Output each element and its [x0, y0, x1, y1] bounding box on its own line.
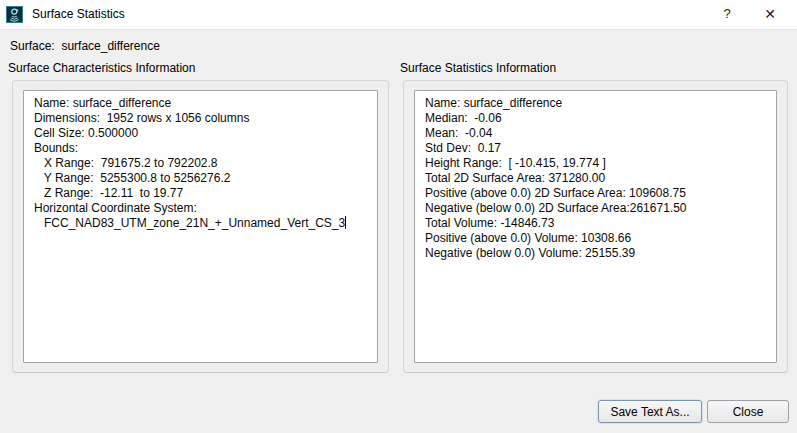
info-line: Mean: -0.04 [425, 126, 776, 141]
title-bar[interactable]: Surface Statistics ? ✕ [0, 0, 797, 30]
info-line: X Range: 791675.2 to 792202.8 [34, 156, 377, 171]
info-line: Dimensions: 1952 rows x 1056 columns [34, 111, 377, 126]
info-line: Cell Size: 0.500000 [34, 126, 377, 141]
info-line: FCC_NAD83_UTM_zone_21N_+_Unnamed_Vert_CS… [34, 216, 377, 231]
characteristics-group-title: Surface Characteristics Information [8, 61, 195, 75]
save-text-as-button[interactable]: Save Text As... [598, 400, 702, 423]
statistics-group-title: Surface Statistics Information [400, 61, 556, 75]
characteristics-textarea[interactable]: Name: surface_difference Dimensions: 195… [23, 90, 378, 363]
info-line: Name: surface_difference [425, 96, 776, 111]
info-line: Median: -0.06 [425, 111, 776, 126]
close-button[interactable]: Close [707, 400, 789, 423]
info-line: Name: surface_difference [34, 96, 377, 111]
surface-row: Surface: surface_difference [10, 39, 160, 53]
window-title: Surface Statistics [32, 7, 125, 21]
info-line: Negative (below 0.0) 2D Surface Area:261… [425, 201, 776, 216]
info-line: Std Dev: 0.17 [425, 141, 776, 156]
info-line: Positive (above 0.0) 2D Surface Area: 10… [425, 186, 776, 201]
text-caret [345, 216, 346, 229]
info-line: Horizontal Coordinate System: [34, 201, 377, 216]
info-line-text: FCC_NAD83_UTM_zone_21N_+_Unnamed_Vert_CS… [34, 216, 345, 230]
info-line: Total Volume: -14846.73 [425, 216, 776, 231]
sonar-surface-icon [6, 6, 23, 23]
info-line: Height Range: [ -10.415, 19.774 ] [425, 156, 776, 171]
window-close-button[interactable]: ✕ [761, 5, 779, 23]
info-line: Bounds: [34, 141, 377, 156]
characteristics-group-frame: Name: surface_difference Dimensions: 195… [12, 80, 389, 373]
help-button[interactable]: ? [718, 5, 736, 23]
info-line: Z Range: -12.11 to 19.77 [34, 186, 377, 201]
info-line: Positive (above 0.0) Volume: 10308.66 [425, 231, 776, 246]
statistics-group-frame: Name: surface_difference Median: -0.06 M… [403, 80, 788, 373]
info-line: Total 2D Surface Area: 371280.00 [425, 171, 776, 186]
surface-statistics-dialog: Surface Statistics ? ✕ Surface: surface_… [0, 0, 797, 433]
info-line: Negative (below 0.0) Volume: 25155.39 [425, 246, 776, 261]
surface-label: Surface: [10, 39, 55, 53]
statistics-textarea[interactable]: Name: surface_difference Median: -0.06 M… [414, 90, 777, 363]
info-line: Y Range: 5255300.8 to 5256276.2 [34, 171, 377, 186]
surface-value: surface_difference [61, 39, 160, 53]
